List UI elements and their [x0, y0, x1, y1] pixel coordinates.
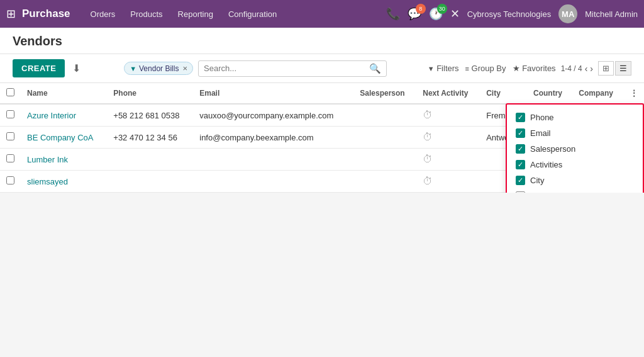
row-next-activity: ⏱ — [416, 149, 480, 171]
header-checkbox[interactable] — [0, 83, 21, 104]
dropdown-col-item[interactable]: Phone — [507, 110, 643, 125]
page-title: Vendors — [13, 34, 631, 54]
row-phone — [107, 171, 193, 193]
select-all-checkbox[interactable] — [6, 88, 14, 96]
nav-configuration[interactable]: Configuration — [222, 7, 283, 21]
clock-badge: 30 — [437, 4, 447, 14]
row-email — [193, 149, 353, 171]
header-email: Email — [193, 83, 353, 104]
header-country: Country — [527, 83, 572, 104]
filters-btn[interactable]: ▼ Filters — [428, 64, 459, 73]
row-salesperson — [353, 171, 416, 193]
brand-name[interactable]: Purchase — [22, 8, 70, 20]
row-phone — [107, 149, 193, 171]
vendor-name-link[interactable]: sliemsayed — [27, 177, 68, 186]
header-company: Company — [572, 83, 624, 104]
favorites-btn[interactable]: ★ Favorites — [513, 64, 556, 73]
row-email: info@company.beexample.com — [193, 127, 353, 149]
row-checkbox[interactable] — [0, 149, 21, 171]
activity-clock-icon: ⏱ — [423, 132, 433, 142]
col-checkbox[interactable] — [516, 113, 525, 122]
row-email: vauxoo@yourcompany.example.com — [193, 104, 353, 127]
chat-icon[interactable]: 💬 8 — [408, 7, 421, 21]
list-icon: ≡ — [465, 65, 469, 72]
groupby-btn[interactable]: ≡ Group By — [465, 64, 506, 73]
row-name: Azure Interior — [21, 104, 107, 127]
row-salesperson — [353, 104, 416, 127]
close-icon[interactable]: ✕ — [450, 7, 460, 21]
kanban-view-btn[interactable]: ⊞ — [598, 61, 614, 76]
filter-tag: ▼ Vendor Bills × — [124, 62, 193, 75]
activity-clock-icon: ⏱ — [423, 154, 433, 164]
topnav-right: 📞 💬 8 🕐 30 ✕ Cybrosys Technologies MA Mi… — [386, 4, 638, 23]
phone-icon[interactable]: 📞 — [386, 7, 400, 21]
col-checkbox[interactable] — [516, 144, 525, 154]
vendor-name-link[interactable]: Azure Interior — [27, 111, 76, 120]
company-name: Cybrosys Technologies — [467, 9, 551, 19]
page-header: Vendors — [0, 28, 644, 54]
col-item-label: Activities — [530, 160, 562, 169]
dropdown-col-item[interactable]: Salesperson — [507, 141, 643, 157]
header-name: Name — [21, 83, 107, 104]
search-icon[interactable]: 🔍 — [369, 63, 381, 74]
list-view-btn[interactable]: ☰ — [615, 61, 631, 76]
pagination: 1-4 / 4 ‹ › — [561, 64, 593, 74]
nav-orders[interactable]: Orders — [84, 7, 122, 21]
col-checkbox[interactable] — [516, 176, 525, 185]
col-checkbox[interactable] — [516, 160, 525, 169]
row-next-activity: ⏱ — [416, 171, 480, 193]
dropdown-col-item[interactable]: State — [507, 188, 643, 193]
row-name: BE Company CoA — [21, 127, 107, 149]
activity-clock-icon: ⏱ — [423, 176, 433, 186]
row-checkbox[interactable] — [0, 104, 21, 127]
pagination-label: 1-4 / 4 — [561, 64, 582, 73]
search-input[interactable] — [204, 64, 369, 73]
header-city: City — [480, 83, 527, 104]
clock-icon[interactable]: 🕐 30 — [429, 7, 443, 21]
next-arrow[interactable]: › — [590, 64, 593, 74]
nav-reporting[interactable]: Reporting — [172, 7, 219, 21]
row-next-activity: ⏱ — [416, 104, 480, 127]
row-checkbox[interactable] — [0, 127, 21, 149]
main-content: Name Phone Email Salesperson Next Activi… — [0, 83, 644, 193]
vendor-name-link[interactable]: Lumber Ink — [27, 155, 68, 164]
col-item-label: Salesperson — [530, 144, 575, 154]
toolbar: CREATE ⬇ ▼ Vendor Bills × 🔍 ▼ Filters ≡ … — [0, 54, 644, 83]
row-phone: +58 212 681 0538 — [107, 104, 193, 127]
col-item-label: City — [530, 176, 544, 185]
create-button[interactable]: CREATE — [13, 59, 65, 77]
col-checkbox[interactable] — [516, 191, 525, 193]
download-icon[interactable]: ⬇ — [70, 60, 83, 77]
top-navigation: ⊞ Purchase Orders Products Reporting Con… — [0, 0, 644, 28]
row-salesperson — [353, 149, 416, 171]
header-phone: Phone — [107, 83, 193, 104]
row-phone: +32 470 12 34 56 — [107, 127, 193, 149]
header-next-activity: Next Activity — [416, 83, 480, 104]
row-name: Lumber Ink — [21, 149, 107, 171]
dropdown-col-item[interactable]: Activities — [507, 157, 643, 173]
row-checkbox[interactable] — [0, 171, 21, 193]
row-name: sliemsayed — [21, 171, 107, 193]
col-checkbox[interactable] — [516, 128, 525, 138]
activity-clock-icon: ⏱ — [423, 110, 433, 120]
filter-tag-close[interactable]: × — [182, 64, 187, 73]
toolbar-filters: ▼ Filters ≡ Group By ★ Favorites — [428, 64, 556, 73]
col-item-label: Phone — [530, 113, 554, 122]
grid-icon[interactable]: ⊞ — [6, 7, 16, 21]
row-salesperson — [353, 127, 416, 149]
dropdown-items: Phone Email Salesperson Activities City … — [507, 110, 643, 193]
search-box: 🔍 — [198, 60, 387, 77]
col-item-label: Email — [530, 128, 551, 138]
dropdown-col-item[interactable]: City — [507, 173, 643, 188]
row-email — [193, 171, 353, 193]
avatar[interactable]: MA — [558, 4, 577, 23]
row-next-activity: ⏱ — [416, 127, 480, 149]
vendor-name-link[interactable]: BE Company CoA — [27, 133, 94, 142]
column-options-btn[interactable]: ⋮ — [624, 83, 644, 104]
star-icon: ★ — [513, 64, 520, 73]
prev-arrow[interactable]: ‹ — [585, 64, 588, 74]
dropdown-col-item[interactable]: Email — [507, 125, 643, 141]
nav-products[interactable]: Products — [124, 7, 169, 21]
column-dropdown: Phone Email Salesperson Activities City … — [506, 103, 644, 193]
filter-tag-label: Vendor Bills — [139, 64, 179, 73]
